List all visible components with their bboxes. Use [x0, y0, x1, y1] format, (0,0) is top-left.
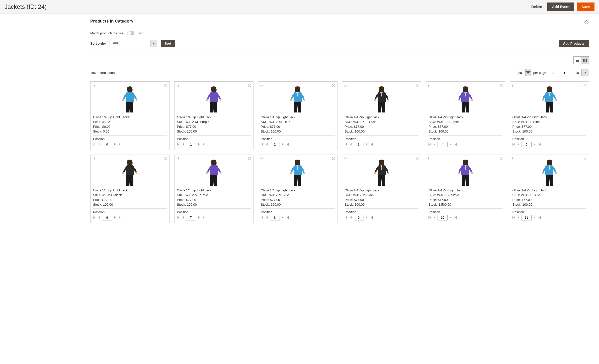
- position-last-icon[interactable]: [285, 216, 289, 220]
- product-card[interactable]: Olivia 1/4 Zip Light Jack... SKU: WJ12-S…: [510, 155, 589, 223]
- drag-handle-icon[interactable]: [428, 157, 431, 161]
- grid-view-button[interactable]: [581, 57, 589, 64]
- remove-button[interactable]: [583, 157, 587, 161]
- position-first-icon[interactable]: [512, 216, 516, 220]
- position-prev-icon[interactable]: [517, 216, 521, 220]
- position-input[interactable]: [522, 215, 532, 220]
- page-input[interactable]: [560, 69, 569, 76]
- position-prev-icon[interactable]: [433, 216, 437, 220]
- product-card[interactable]: Olivia 1/4 Zip Light Jack... SKU: WJ12-X…: [258, 81, 337, 150]
- delete-button[interactable]: Delete: [528, 3, 545, 11]
- add-event-button[interactable]: Add Event: [547, 3, 574, 11]
- remove-button[interactable]: [415, 84, 419, 88]
- product-card[interactable]: Olivia 1/4 Zip Light Jack... SKU: WJ12-L…: [510, 81, 589, 150]
- position-prev-icon[interactable]: [265, 216, 269, 220]
- per-page-input[interactable]: [515, 69, 525, 76]
- collapse-icon[interactable]: [584, 19, 589, 24]
- remove-button[interactable]: [332, 84, 335, 88]
- position-input[interactable]: [186, 215, 196, 220]
- position-next-icon[interactable]: [197, 143, 201, 147]
- next-page-button[interactable]: [581, 69, 589, 76]
- position-prev-icon[interactable]: [349, 143, 353, 147]
- position-input[interactable]: [102, 215, 112, 220]
- drag-handle-icon[interactable]: [93, 84, 95, 88]
- remove-button[interactable]: [415, 157, 419, 161]
- position-input[interactable]: [270, 142, 280, 147]
- product-card[interactable]: Olivia 1/4 Zip Light Jack... SKU: WJ12-L…: [90, 155, 170, 223]
- product-card[interactable]: Olivia 1/4 Zip Light Jack... SKU: WJ12-M…: [258, 155, 337, 223]
- position-prev-icon[interactable]: [182, 143, 185, 147]
- drag-handle-icon[interactable]: [512, 157, 515, 161]
- position-last-icon[interactable]: [285, 143, 289, 147]
- position-input[interactable]: [438, 215, 448, 220]
- product-card[interactable]: Olivia 1/4 Zip Light Jack... SKU: WJ12-X…: [342, 81, 421, 150]
- position-first-icon[interactable]: [512, 143, 516, 147]
- remove-button[interactable]: [332, 157, 335, 161]
- remove-button[interactable]: [583, 84, 587, 88]
- position-first-icon[interactable]: [345, 216, 348, 220]
- drag-handle-icon[interactable]: [93, 157, 95, 161]
- position-first-icon[interactable]: [261, 216, 264, 220]
- add-products-button[interactable]: Add Products: [559, 40, 589, 47]
- position-first-icon[interactable]: [93, 216, 97, 220]
- remove-button[interactable]: [499, 84, 503, 88]
- product-card[interactable]: Olivia 1/4 Zip Light Jack... SKU: WJ12-S…: [426, 155, 505, 223]
- remove-button[interactable]: [248, 157, 251, 161]
- product-card[interactable]: Olivia 1/4 Zip Light Jack... SKU: WJ12-L…: [426, 81, 505, 150]
- position-next-icon[interactable]: [533, 216, 536, 220]
- remove-button[interactable]: [499, 157, 503, 161]
- position-first-icon[interactable]: [429, 143, 432, 147]
- position-last-icon[interactable]: [537, 143, 541, 147]
- position-last-icon[interactable]: [537, 216, 541, 220]
- per-page-caret[interactable]: [525, 69, 531, 76]
- position-prev-icon[interactable]: [265, 143, 269, 147]
- remove-button[interactable]: [164, 84, 167, 88]
- position-prev-icon[interactable]: [182, 216, 185, 220]
- position-first-icon[interactable]: [93, 143, 97, 147]
- sort-order-select[interactable]: None: [110, 40, 150, 47]
- drag-handle-icon[interactable]: [260, 84, 263, 88]
- position-first-icon[interactable]: [345, 143, 348, 147]
- drag-handle-icon[interactable]: [428, 84, 431, 88]
- product-card[interactable]: Olivia 1/4 Zip Light Jack... SKU: WJ12-M…: [174, 155, 254, 223]
- list-view-button[interactable]: [574, 57, 581, 64]
- position-prev-icon[interactable]: [517, 143, 521, 147]
- position-last-icon[interactable]: [202, 143, 205, 147]
- position-first-icon[interactable]: [261, 143, 264, 147]
- position-next-icon[interactable]: [533, 143, 536, 147]
- position-input[interactable]: [186, 142, 196, 147]
- remove-button[interactable]: [248, 84, 251, 88]
- position-input[interactable]: [438, 142, 448, 147]
- drag-handle-icon[interactable]: [177, 157, 179, 161]
- position-first-icon[interactable]: [429, 216, 432, 220]
- product-card[interactable]: Olivia 1/4 Zip Light Jack... SKU: WJ12-X…: [174, 81, 254, 150]
- drag-handle-icon[interactable]: [512, 84, 515, 88]
- position-input[interactable]: [270, 215, 280, 220]
- drag-handle-icon[interactable]: [177, 84, 179, 88]
- position-last-icon[interactable]: [453, 216, 457, 220]
- position-prev-icon[interactable]: [98, 143, 101, 147]
- position-prev-icon[interactable]: [349, 216, 353, 220]
- position-next-icon[interactable]: [365, 216, 368, 220]
- position-input[interactable]: [354, 142, 364, 147]
- drag-handle-icon[interactable]: [344, 84, 347, 88]
- position-first-icon[interactable]: [177, 216, 181, 220]
- position-last-icon[interactable]: [369, 143, 373, 147]
- remove-button[interactable]: [164, 157, 167, 161]
- sort-button[interactable]: Sort: [161, 40, 175, 47]
- product-card[interactable]: Olivia 1/4 Zip Light Jacket SKU: WJ12 Pr…: [90, 81, 170, 150]
- position-last-icon[interactable]: [118, 143, 121, 147]
- position-first-icon[interactable]: [177, 143, 181, 147]
- position-next-icon[interactable]: [449, 216, 452, 220]
- drag-handle-icon[interactable]: [260, 157, 263, 161]
- drag-handle-icon[interactable]: [344, 157, 347, 161]
- position-last-icon[interactable]: [369, 216, 373, 220]
- save-button[interactable]: Save: [577, 3, 594, 11]
- position-prev-icon[interactable]: [98, 216, 101, 220]
- position-last-icon[interactable]: [118, 216, 121, 220]
- position-next-icon[interactable]: [197, 216, 201, 220]
- position-input[interactable]: [354, 215, 364, 220]
- position-input[interactable]: [102, 142, 112, 147]
- match-rule-toggle[interactable]: [127, 31, 134, 35]
- position-next-icon[interactable]: [281, 143, 284, 147]
